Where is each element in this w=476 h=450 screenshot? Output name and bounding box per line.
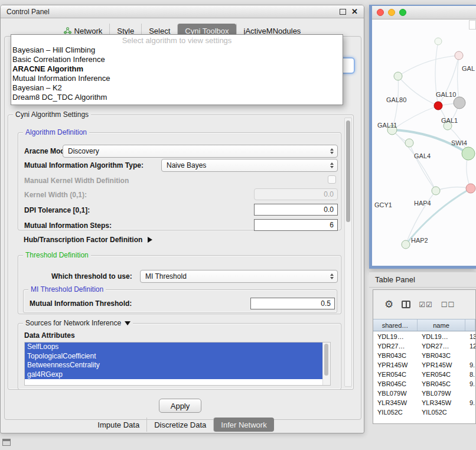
minimized-window-icon[interactable] — [2, 439, 11, 446]
node-label: HAP4 — [414, 200, 431, 207]
scrollbar-thumb[interactable] — [346, 120, 350, 222]
table-cell: YER054C — [418, 370, 465, 379]
sources-group: Sources for Network Inference Data Attri… — [18, 323, 341, 390]
network-edge[interactable] — [436, 187, 471, 191]
list-scrollbar[interactable] — [322, 343, 330, 385]
network-node[interactable] — [432, 187, 440, 195]
algorithm-dropdown-popup: Select algorithm to view settings Bayesi… — [11, 34, 343, 105]
close-window-icon[interactable]: ✕ — [351, 8, 358, 15]
deselect-all-icon[interactable]: ☐☐ — [441, 301, 455, 308]
settings-scrollbar[interactable] — [344, 118, 352, 387]
table-header-row: shared…name — [373, 319, 475, 331]
table-panel-titlebar[interactable]: Table Panel — [369, 272, 476, 288]
network-graph[interactable]: GAL80GAL10GAL11GAL1SWI4GAL4GCY1HAP4HAP2G… — [372, 19, 476, 266]
data-attribute-item[interactable]: BetweennessCentrality — [25, 361, 322, 370]
bottom-tab-infer-network[interactable]: Infer Network — [213, 418, 273, 432]
table-cell: YDR27… — [373, 341, 418, 351]
data-attribute-item[interactable]: gal4RGexp — [25, 370, 322, 380]
algorithm-option[interactable]: Dream8 DC_TDC Algorithm — [11, 93, 343, 102]
mi-type-select[interactable]: Naive Bayes — [161, 159, 338, 172]
algorithm-option[interactable]: Mutual Information Inference — [11, 74, 343, 83]
control-panel-titlebar[interactable]: Control Panel ✕ — [1, 5, 364, 18]
data-attributes-list[interactable]: SelfLoopsTopologicalCoefficientBetweenne… — [24, 342, 331, 386]
zoom-traffic-light-icon[interactable] — [399, 9, 406, 16]
column-header[interactable] — [465, 319, 475, 331]
scrollbar-thumb[interactable] — [324, 344, 328, 376]
mi-steps-value: 6 — [330, 221, 334, 229]
network-node[interactable] — [434, 102, 442, 110]
aracne-mode-select[interactable]: Discovery — [63, 145, 338, 158]
apply-button[interactable]: Apply — [159, 399, 201, 413]
network-node[interactable] — [455, 51, 463, 60]
mi-threshold-value: 0.5 — [321, 299, 331, 308]
threshold-definition-title: Threshold Definition — [23, 251, 91, 259]
node-label: HAP2 — [411, 237, 428, 244]
network-node[interactable] — [402, 240, 410, 249]
node-label: GAL11 — [377, 122, 397, 129]
columns-icon[interactable] — [402, 301, 410, 308]
bottom-tab-discretize-data[interactable]: Discretize Data — [146, 418, 213, 432]
table-cell: 9. — [465, 398, 475, 407]
close-traffic-light-icon[interactable] — [377, 9, 384, 16]
dpi-tolerance-input[interactable]: 0.0 — [254, 204, 338, 216]
table-row[interactable]: YBR043CYBR043C — [373, 351, 475, 360]
network-node[interactable] — [405, 139, 413, 147]
table-row[interactable]: YER054CYER054C8. — [373, 370, 475, 379]
tab-label: Infer Network — [221, 420, 266, 429]
kernel-width-input[interactable]: 0.0 — [254, 188, 338, 200]
network-canvas[interactable]: GAL80GAL10GAL11GAL1SWI4GAL4GCY1HAP4HAP2G… — [372, 19, 476, 266]
algorithm-option[interactable]: Basic Correlation Inference — [11, 55, 343, 64]
network-window-titlebar[interactable] — [372, 6, 476, 19]
data-attribute-item[interactable]: TopologicalCoefficient — [25, 352, 322, 361]
table-row[interactable]: YDL19…YDL19…13 — [373, 332, 475, 341]
network-edge[interactable] — [392, 106, 438, 130]
table-row[interactable]: YBR045CYBR045C9. — [373, 379, 475, 389]
network-edge[interactable] — [457, 56, 459, 103]
manual-kernel-checkbox[interactable] — [328, 175, 336, 184]
network-node[interactable] — [466, 184, 475, 193]
table-row[interactable]: YPR145WYPR145W9. — [373, 360, 475, 370]
node-label: GAL80 — [386, 96, 406, 103]
which-threshold-value: MI Threshold — [145, 272, 187, 281]
algorithm-option[interactable]: Bayesian – Hill Climbing — [11, 45, 343, 55]
kernel-width-value: 0.0 — [324, 190, 334, 198]
bottom-tab-impute-data[interactable]: Impute Data — [90, 418, 146, 432]
table-row[interactable]: YLR345WYLR345W9. — [373, 398, 475, 407]
table-row[interactable]: YIL052CYIL052C — [373, 407, 475, 417]
column-header[interactable]: name — [418, 319, 465, 331]
table-cell: YPR145W — [373, 360, 418, 370]
network-edge[interactable] — [398, 56, 459, 76]
minimize-traffic-light-icon[interactable] — [388, 9, 395, 16]
table-cell: 8. — [465, 370, 475, 379]
table-row[interactable]: YBL079WYBL079W — [373, 389, 475, 398]
network-node[interactable] — [454, 97, 465, 109]
table-cell: YER054C — [373, 370, 418, 379]
network-node[interactable] — [435, 38, 442, 45]
table-cell: YDL19… — [373, 332, 418, 341]
mi-steps-input[interactable]: 6 — [254, 219, 338, 231]
table-cell: 9. — [465, 360, 475, 370]
algorithm-option[interactable]: Bayesian – K2 — [11, 83, 343, 93]
network-icon — [64, 27, 71, 34]
float-window-icon[interactable] — [340, 9, 346, 15]
hub-definition-expander[interactable]: Hub/Transcription Factor Definition — [24, 235, 152, 244]
algorithm-option-list: Bayesian – Hill ClimbingBasic Correlatio… — [11, 45, 343, 102]
data-attribute-item[interactable]: SelfLoops — [25, 343, 322, 352]
table-cell: 12 — [465, 341, 475, 351]
column-header[interactable]: shared… — [373, 319, 418, 331]
which-threshold-select[interactable]: MI Threshold — [140, 270, 338, 283]
algorithm-option[interactable]: ARACNE Algorithm — [11, 64, 343, 74]
sources-group-title[interactable]: Sources for Network Inference — [23, 319, 133, 327]
network-edge[interactable] — [406, 188, 471, 244]
node-label: GAL10 — [436, 91, 456, 98]
network-node[interactable] — [394, 72, 402, 80]
select-all-icon[interactable]: ☑☑ — [419, 301, 433, 308]
table-toolbar: ⚙ ☑☑ ☐☐ — [373, 290, 475, 319]
mi-threshold-label: Mutual Information Threshold: — [30, 299, 132, 308]
mi-threshold-input[interactable]: 0.5 — [250, 298, 335, 309]
network-view-frame: GAL80GAL10GAL11GAL1SWI4GAL4GCY1HAP4HAP2G… — [369, 5, 476, 269]
network-node[interactable] — [462, 147, 475, 160]
table-row[interactable]: YDR27…YDR27…12 — [373, 341, 475, 351]
gear-icon[interactable]: ⚙ — [384, 299, 393, 309]
table-cell: YIL052C — [373, 407, 418, 417]
